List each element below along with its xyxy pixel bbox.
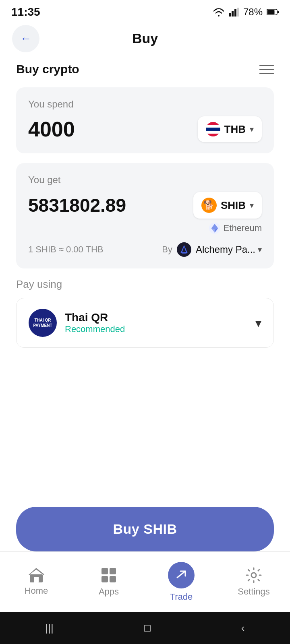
- hamburger-line-1: [259, 65, 274, 66]
- status-icons: 78%: [213, 6, 279, 18]
- spend-currency-code: THB: [224, 123, 246, 136]
- pay-using-label: Pay using: [16, 278, 274, 291]
- provider-chevron-icon: ▾: [258, 245, 262, 254]
- home-icon: [28, 568, 44, 582]
- nav-trade-label: Trade: [170, 592, 193, 602]
- svg-rect-3: [237, 8, 239, 17]
- hamburger-menu-button[interactable]: [259, 65, 274, 74]
- get-amount[interactable]: 5831802.89: [28, 194, 126, 216]
- payment-recommended-badge: Recommended: [65, 324, 125, 334]
- get-currency-selector[interactable]: 🐕 SHIB ▾: [193, 192, 262, 219]
- get-label: You get: [28, 174, 262, 186]
- hamburger-line-3: [259, 73, 274, 74]
- provider-row: By Alchemy Pa... ▾: [162, 242, 262, 257]
- battery-icon: [267, 9, 279, 15]
- spend-row: 4000 THB ▾: [28, 116, 262, 142]
- nav-apps-label: Apps: [99, 586, 119, 597]
- nav-home-button[interactable]: □: [144, 622, 151, 634]
- get-card: You get 5831802.89 🐕 SHIB ▾ Ethereum 1 S…: [16, 163, 274, 268]
- spend-label: You spend: [28, 99, 262, 110]
- get-currency-chevron-icon: ▾: [250, 200, 254, 210]
- provider-name: Alchemy Pa...: [196, 244, 255, 255]
- thai-qr-logo: THAI QRPAYMENT: [29, 309, 57, 337]
- section-title: Buy crypto: [16, 62, 79, 76]
- nav-back-button[interactable]: ‹: [241, 622, 245, 634]
- section-header: Buy crypto: [16, 62, 274, 76]
- get-currency-code: SHIB: [221, 199, 246, 212]
- svg-rect-15: [110, 568, 116, 574]
- nav-item-home[interactable]: Home: [0, 568, 72, 596]
- nav-item-trade[interactable]: Trade: [145, 562, 218, 602]
- svg-rect-5: [267, 10, 275, 14]
- payment-method-left: THAI QRPAYMENT Thai QR Recommended: [29, 309, 125, 337]
- trade-icon: [168, 562, 195, 588]
- spend-card: You spend 4000 THB ▾: [16, 87, 274, 153]
- svg-rect-17: [110, 576, 116, 582]
- payment-method-chevron-icon: ▾: [255, 316, 261, 330]
- payment-method-selector[interactable]: THAI QRPAYMENT Thai QR Recommended ▾: [16, 298, 274, 348]
- payment-info: Thai QR Recommended: [65, 311, 125, 334]
- wifi-icon: [213, 8, 225, 17]
- buy-button-container: Buy SHIB: [16, 507, 274, 551]
- spend-amount[interactable]: 4000: [28, 117, 75, 141]
- nav-settings-label: Settings: [238, 586, 270, 597]
- svg-rect-16: [102, 576, 108, 582]
- page-title: Buy: [132, 31, 158, 46]
- system-nav-bar: ||| □ ‹: [0, 612, 290, 644]
- shib-icon: 🐕: [201, 198, 217, 213]
- get-card-footer: 1 SHIB ≈ 0.00 THB By Alchemy Pa... ▾: [28, 242, 262, 257]
- bottom-navigation: Home Apps Trade Settings: [0, 551, 290, 612]
- main-content: Buy crypto You spend 4000 THB ▾ You get …: [0, 54, 290, 428]
- status-time: 11:35: [11, 6, 40, 19]
- svg-rect-0: [229, 13, 231, 17]
- status-bar: 11:35 78%: [0, 0, 290, 23]
- network-name: Ethereum: [224, 223, 262, 233]
- svg-rect-6: [278, 11, 279, 13]
- battery-indicator: 78%: [243, 6, 263, 18]
- header: ← Buy: [0, 23, 290, 54]
- get-row: 5831802.89 🐕 SHIB ▾: [28, 192, 262, 219]
- nav-home-label: Home: [25, 586, 48, 596]
- exchange-rate: 1 SHIB ≈ 0.00 THB: [28, 244, 104, 255]
- payment-name: Thai QR: [65, 311, 125, 324]
- svg-marker-12: [28, 568, 44, 575]
- spend-currency-selector[interactable]: THB ▾: [198, 116, 262, 142]
- nav-item-apps[interactable]: Apps: [72, 567, 145, 597]
- svg-rect-1: [232, 11, 234, 17]
- svg-rect-2: [234, 9, 236, 17]
- ethereum-icon: [209, 223, 220, 234]
- thb-flag-icon: [206, 122, 220, 136]
- buy-shib-button[interactable]: Buy SHIB: [16, 507, 274, 551]
- nav-recent-button[interactable]: |||: [46, 622, 54, 634]
- signal-icon: [229, 8, 239, 17]
- apps-icon: [101, 567, 117, 583]
- provider-selector[interactable]: Alchemy Pa... ▾: [196, 244, 262, 255]
- svg-rect-13: [34, 577, 39, 582]
- svg-point-18: [251, 573, 256, 578]
- back-button[interactable]: ←: [12, 25, 39, 52]
- svg-rect-10: [182, 252, 186, 254]
- nav-item-settings[interactable]: Settings: [218, 567, 290, 597]
- back-arrow-icon: ←: [20, 32, 31, 45]
- network-badge: Ethereum: [28, 223, 262, 234]
- hamburger-line-2: [259, 69, 274, 70]
- settings-icon: [246, 567, 262, 583]
- spend-currency-chevron-icon: ▾: [250, 124, 254, 134]
- svg-rect-14: [102, 568, 108, 574]
- by-text: By: [162, 244, 172, 255]
- alchemy-pay-icon: [176, 242, 192, 257]
